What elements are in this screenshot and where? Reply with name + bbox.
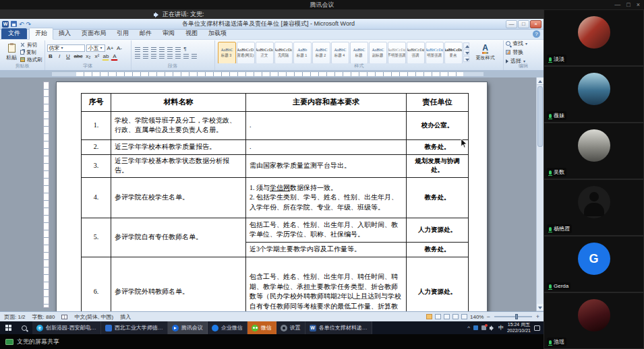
zoom-level[interactable]: 140% [470,314,484,320]
align-right-button[interactable] [150,53,156,59]
cell-name[interactable]: 参评学院自有专任教师名单。 [111,218,246,257]
grow-font-button[interactable]: A+ [107,44,115,52]
vertical-ruler[interactable] [43,82,49,308]
tab-addins[interactable]: 加载项 [203,28,232,39]
participant-tile[interactable]: G Gerda [544,236,644,292]
style-chip[interactable]: AaBbCcDd正文 [256,42,274,63]
align-center-button[interactable] [142,53,148,59]
taskbar-app-settings[interactable]: 设置 [276,321,305,334]
tray-notification-icon[interactable] [481,325,486,330]
help-icon[interactable]: ? [533,30,540,38]
style-chip[interactable]: AaBbCcDd不明显强调 [388,42,406,63]
style-chip[interactable]: AaBbCcDd无间隔 [274,42,293,63]
font-color-button[interactable]: A [111,53,118,61]
cell-unit[interactable]: 教务处。 [407,177,469,218]
tab-references[interactable]: 引用 [111,28,134,39]
outline-view-button[interactable] [452,314,459,319]
language-indicator[interactable]: 中文(简体, 中国) [74,313,113,321]
participant-tile[interactable]: 吴数 [544,123,644,179]
sort-button[interactable] [174,46,181,52]
document-page[interactable]: 序号 材料名称 主要内容和基本要求 责任单位 1. 学校、学院领导班子及分工，学… [56,82,488,311]
style-chip[interactable]: AaBbC标题 2 [312,42,330,63]
ime-indicator[interactable]: 中 [498,324,504,331]
cut-button[interactable]: 剪切 [20,42,42,49]
hyperlink-text[interactable]: 学信网 [270,184,290,191]
taskbar-app-edge[interactable]: e创新港园-西安邮电… [32,321,101,334]
taskbar-app-wecom[interactable]: 企业微信 [208,321,247,334]
style-chip[interactable]: AaBbCcD普通(网页) [237,42,255,63]
font-name-select[interactable]: 仿宋▾ [47,44,85,52]
undo-icon[interactable]: ↶ [19,21,24,28]
header-name[interactable]: 材料名称 [111,94,246,112]
volume-icon[interactable] [490,325,495,331]
cell-unit[interactable]: 人力资源处。 [407,218,469,242]
taskbar-app-wechat[interactable]: 微信 [247,321,276,334]
distribute-button[interactable] [166,53,173,59]
header-req[interactable]: 主要内容和基本要求 [246,94,407,112]
paste-button[interactable]: 粘贴 [3,41,20,63]
word-count[interactable]: 字数: 880 [32,313,55,321]
tab-page-layout[interactable]: 页面布局 [76,28,111,39]
copy-button[interactable]: 复制 [20,49,42,56]
word-minimize-button[interactable]: — [506,20,517,28]
proofing-icon[interactable] [61,315,67,319]
cell-no[interactable]: 1. [82,111,111,139]
taskbar-clock[interactable]: 15:24 周五 2022/10/21 [507,322,531,334]
print-layout-view-button[interactable] [426,314,432,319]
tab-insert[interactable]: 插入 [53,28,76,39]
align-left-button[interactable] [134,53,140,59]
start-button[interactable] [0,321,16,334]
bold-button[interactable]: B [47,53,55,60]
cell-name[interactable]: 近三学年学校基本教学状态数据分析报告。 [111,154,246,177]
shading-button[interactable] [182,53,189,59]
vertical-scrollbar[interactable] [536,77,544,311]
cell-name[interactable]: 参评学院在校学生名单。 [111,177,246,218]
style-chip[interactable]: AaBbC标题 4 [331,42,349,63]
header-no[interactable]: 序号 [82,94,111,112]
cell-unit[interactable]: 教务处。 [407,242,469,257]
zoom-slider[interactable] [494,316,532,317]
find-button[interactable]: 查找▾ [506,40,541,47]
cell-name[interactable]: 近三学年学校本科教学质量报告。 [111,139,246,154]
style-chip[interactable]: AaBbCcDd要点 [444,42,463,63]
participant-tile[interactable]: 浩瑶 [544,292,644,349]
cell-no[interactable]: 5. [82,218,111,257]
decrease-indent-button[interactable] [158,46,165,52]
multilevel-list-button[interactable] [150,46,156,52]
action-center-icon[interactable] [534,325,540,331]
participant-tile[interactable]: 薇妹 [544,66,644,123]
cell-no[interactable]: 6. [82,257,111,311]
zoom-slider-thumb[interactable] [515,314,518,319]
cell-name[interactable]: 学校、学院领导班子及分工，学校党政、行政、直属单位及主要负责人名册。 [111,111,246,139]
styles-scroll-up-button[interactable] [463,42,469,49]
replace-button[interactable]: 替换 [506,49,541,56]
font-size-select[interactable]: 小五▾ [86,44,105,52]
horizontal-ruler[interactable] [0,71,544,77]
cell-unit[interactable]: 规划发展与协调处。 [407,154,469,177]
strikethrough-button[interactable]: abc [74,53,84,60]
cell-req[interactable]: . [246,111,407,139]
cell-req[interactable]: 包含工号、姓名、性别、出生年月、聘任时间、聘期、教学单位、承担主要教学任务类型、… [246,257,407,311]
tray-expand-icon[interactable]: ^ [467,325,470,331]
tray-app-icon[interactable] [473,325,478,330]
word-maximize-button[interactable]: □ [518,20,529,28]
insert-mode-indicator[interactable]: 插入 [120,313,131,321]
style-chip[interactable]: AaBbCcDd明显强调 [426,42,444,63]
taskbar-app-browser2[interactable]: 西北工业大学师德… [101,321,168,334]
show-marks-button[interactable]: ¶ [182,46,189,52]
cell-no[interactable]: 4. [82,177,111,218]
tab-file[interactable]: 文件 [1,28,27,39]
tab-mailings[interactable]: 邮件 [134,28,157,39]
cell-req[interactable]: 需由国家教学质量监测平台导出。 [246,154,407,177]
cell-req[interactable]: 1. 须与学信网数据保持一致。 2. 包括学生类别、学号、姓名、性别、出生年月、… [246,177,407,218]
minimize-button[interactable]: — [614,0,620,9]
superscript-button[interactable]: x² [93,53,100,60]
subscript-button[interactable]: x₂ [84,53,92,60]
participant-tile[interactable]: 淡淡 [544,9,644,66]
justify-button[interactable] [158,53,165,59]
styles-expand-button[interactable] [463,56,469,62]
maximize-button[interactable]: □ [626,0,630,9]
styles-scroll-down-button[interactable] [463,49,469,55]
save-icon[interactable] [11,21,17,27]
style-chip[interactable]: AaBbC标题 3 [218,42,236,63]
